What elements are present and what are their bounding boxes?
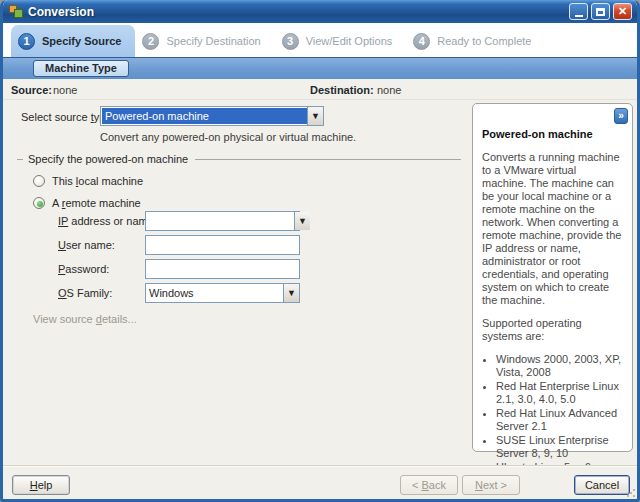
next-button[interactable]: Next > (462, 475, 520, 495)
group-title: Specify the powered-on machine (28, 153, 188, 165)
wizard-steps: 1 Specify Source 2 Specify Destination 3… (3, 23, 637, 57)
step-1-circle: 1 (18, 33, 35, 50)
app-icon (9, 5, 23, 19)
user-name-label: User name: (58, 239, 115, 251)
minimize-button[interactable] (569, 3, 588, 20)
password-input[interactable] (145, 259, 300, 279)
help-paragraph: Converts a running machine to a VMware v… (482, 151, 623, 307)
list-item: Red Hat Enterprise Linux 2.1, 3.0, 4.0, … (496, 380, 623, 406)
step-4-circle: 4 (413, 33, 430, 50)
tab-machine-type[interactable]: Machine Type (33, 60, 129, 77)
main-content: Select source type: Powered-on machine ▼… (3, 100, 637, 465)
dropdown-arrow-icon[interactable]: ▼ (283, 284, 299, 302)
radio-local-label: This local machine (52, 175, 143, 187)
source-type-description: Convert any powered-on physical or virtu… (100, 131, 356, 143)
os-family-selected-value: Windows (146, 284, 283, 302)
source-type-selected-value: Powered-on machine (102, 108, 307, 124)
list-item: Red Hat Linux Advanced Server 2.1 (496, 407, 623, 433)
radio-icon[interactable] (33, 175, 45, 187)
list-item: Windows 2000, 2003, XP, Vista, 2008 (496, 353, 623, 379)
close-icon: ✕ (618, 5, 627, 18)
maximize-button[interactable] (591, 3, 610, 20)
ip-address-combobox[interactable]: ▼ (145, 211, 300, 231)
radio-checked-icon[interactable] (33, 197, 45, 209)
help-paragraph: Supported operating systems are: (482, 317, 623, 343)
cancel-button[interactable]: Cancel (574, 475, 630, 495)
radio-a-remote-machine[interactable]: A remote machine (33, 197, 141, 209)
dropdown-arrow-icon[interactable]: ▼ (307, 107, 323, 125)
destination-value: none (377, 84, 401, 96)
step-4-label: Ready to Complete (437, 35, 531, 47)
radio-this-local-machine[interactable]: This local machine (33, 175, 143, 187)
step-view-edit-options[interactable]: 3 View/Edit Options (275, 25, 407, 57)
conversion-wizard-window: Conversion ✕ 1 Specify Source 2 Specify … (0, 0, 640, 502)
sub-tab-strip: Machine Type (3, 57, 637, 79)
step-specify-destination[interactable]: 2 Specify Destination (135, 25, 274, 57)
ip-address-input[interactable] (146, 212, 294, 230)
source-label: Source: (11, 84, 52, 96)
password-label: Password: (58, 263, 109, 275)
user-name-input[interactable] (145, 235, 300, 255)
collapse-panel-button[interactable]: » (614, 108, 628, 124)
resize-grip[interactable] (626, 488, 636, 498)
dropdown-arrow-icon[interactable]: ▼ (294, 212, 310, 230)
step-3-circle: 3 (282, 33, 299, 50)
step-specify-source[interactable]: 1 Specify Source (11, 25, 135, 57)
os-family-label: OS Family: (58, 287, 112, 299)
source-value: none (53, 84, 77, 96)
help-panel: » Powered-on machine Converts a running … (472, 103, 633, 452)
status-row: Source: none Destination: none (3, 79, 637, 100)
footer-bar: Help < Back Next > Cancel (3, 465, 637, 499)
step-1-label: Specify Source (42, 35, 121, 47)
chevrons-right-icon: » (618, 110, 624, 121)
close-button[interactable]: ✕ (613, 3, 632, 20)
back-button[interactable]: < Back (400, 475, 458, 495)
view-source-details-link: View source details... (33, 313, 137, 325)
step-2-circle: 2 (142, 33, 159, 50)
step-ready-to-complete[interactable]: 4 Ready to Complete (406, 25, 545, 57)
step-2-label: Specify Destination (166, 35, 260, 47)
radio-remote-label: A remote machine (52, 197, 141, 209)
group-specify-powered-on-machine: Specify the powered-on machine (17, 153, 461, 165)
help-button[interactable]: Help (12, 475, 70, 495)
destination-label: Destination: (310, 84, 374, 96)
help-title: Powered-on machine (482, 128, 623, 141)
source-type-select[interactable]: Powered-on machine ▼ (100, 106, 324, 126)
title-bar: Conversion ✕ (3, 0, 637, 23)
list-item: SUSE Linux Enterprise Server 8, 9, 10 (496, 434, 623, 460)
os-family-select[interactable]: Windows ▼ (145, 283, 300, 303)
ip-address-label: IP address or name: (58, 215, 157, 227)
step-3-label: View/Edit Options (306, 35, 393, 47)
window-title: Conversion (28, 5, 566, 19)
